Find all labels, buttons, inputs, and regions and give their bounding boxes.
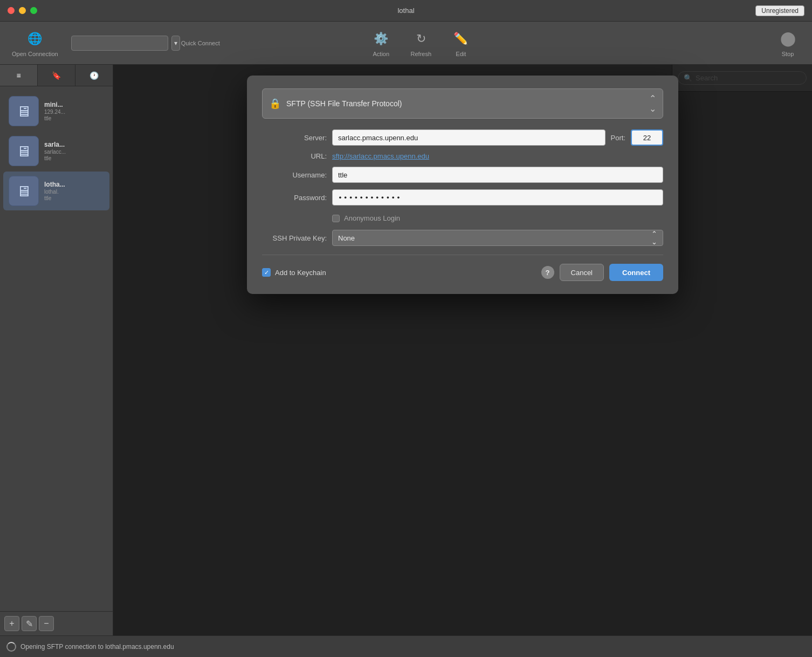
toolbar: 🌐 Open Connection ▾ Quick Connect ⚙️ Act… xyxy=(0,22,812,65)
action-label: Action xyxy=(373,51,390,57)
quick-connect-input[interactable] xyxy=(71,36,168,51)
add-bookmark-button[interactable]: + xyxy=(4,616,19,631)
sidebar-item-sub-mini: ttle xyxy=(44,115,65,121)
open-connection-label: Open Connection xyxy=(12,51,58,57)
modal-bottom: ✓ Add to Keychain ? Cancel Connect xyxy=(262,264,663,281)
cancel-button[interactable]: Cancel xyxy=(560,264,604,281)
window-controls xyxy=(8,7,37,14)
refresh-icon: ↻ xyxy=(411,29,431,49)
anonymous-label: Anonymous Login xyxy=(344,214,400,222)
refresh-label: Refresh xyxy=(411,51,432,57)
sidebar-item-sub-lothal: ttle xyxy=(44,195,65,201)
edit-button[interactable]: ✏️ Edit xyxy=(442,26,480,60)
edit-icon: ✏️ xyxy=(451,29,471,49)
sidebar: ≡ 🔖 🕐 🖥 mini... 129.24... ttle 🖥 sarla..… xyxy=(0,65,113,635)
sidebar-item-ip-lothal: lothal. xyxy=(44,189,65,195)
ssh-key-value: None xyxy=(338,234,355,242)
edit-label: Edit xyxy=(456,51,466,57)
sidebar-tab-list[interactable]: ≡ xyxy=(0,65,38,86)
sidebar-tab-history[interactable]: 🕐 xyxy=(75,65,113,86)
help-button[interactable]: ? xyxy=(541,266,554,279)
url-link[interactable]: sftp://sarlacc.pmacs.upenn.edu xyxy=(332,152,663,160)
sidebar-item-name-sarla: sarla... xyxy=(44,141,66,148)
quick-connect-area: ▾ Quick Connect xyxy=(71,36,356,51)
form-grid: Server: Port: URL: sftp://sarlacc.pmacs.… xyxy=(262,129,663,206)
open-connection-button[interactable]: 🌐 Open Connection xyxy=(5,26,65,60)
close-button[interactable] xyxy=(8,7,15,14)
refresh-button[interactable]: ↻ Refresh xyxy=(402,26,440,60)
sidebar-item-ip-mini: 129.24... xyxy=(44,109,65,115)
quick-connect-dropdown[interactable]: ▾ xyxy=(171,36,180,51)
add-to-keychain-label: Add to Keychain xyxy=(275,269,326,277)
modal-divider xyxy=(262,255,663,255)
sidebar-item-ip-sarla: sarlacc... xyxy=(44,149,66,155)
sidebar-item-mini[interactable]: 🖥 mini... 129.24... ttle xyxy=(3,92,109,131)
add-to-keychain-checkbox[interactable]: ✓ xyxy=(262,268,271,277)
remove-bookmark-button[interactable]: − xyxy=(39,616,54,631)
protocol-chevron-icon: ⌃⌄ xyxy=(649,93,656,114)
sidebar-item-name-mini: mini... xyxy=(44,101,65,108)
sidebar-item-name-lothal: lotha... xyxy=(44,181,65,188)
anonymous-checkbox[interactable] xyxy=(332,215,340,222)
username-input[interactable] xyxy=(332,167,663,183)
status-bar: Opening SFTP connection to lothal.pmacs.… xyxy=(0,635,812,657)
stop-button[interactable]: ⬤ Stop xyxy=(769,26,807,60)
connection-modal: 🔒 SFTP (SSH File Transfer Protocol) ⌃⌄ S… xyxy=(247,76,678,294)
open-connection-icon: 🌐 xyxy=(25,29,45,49)
sidebar-item-icon-sarla: 🖥 xyxy=(9,136,39,166)
ssh-key-label: SSH Private Key: xyxy=(262,234,327,242)
ssh-key-row: SSH Private Key: None ⌃⌄ xyxy=(262,230,663,246)
protocol-label: SFTP (SSH File Transfer Protocol) xyxy=(286,99,644,108)
username-label: Username: xyxy=(262,171,327,179)
minimize-button[interactable] xyxy=(19,7,26,14)
sidebar-item-icon-lothal: 🖥 xyxy=(9,176,39,206)
maximize-button[interactable] xyxy=(30,7,37,14)
port-label: Port: xyxy=(611,134,625,142)
sidebar-item-sarla[interactable]: 🖥 sarla... sarlacc... ttle xyxy=(3,132,109,170)
status-text: Opening SFTP connection to lothal.pmacs.… xyxy=(20,643,174,651)
sidebar-item-icon-mini: 🖥 xyxy=(9,96,39,126)
title-bar: lothal Unregistered xyxy=(0,0,812,22)
modal-overlay: 🔒 SFTP (SSH File Transfer Protocol) ⌃⌄ S… xyxy=(113,65,812,635)
password-label: Password: xyxy=(262,194,327,202)
connect-button[interactable]: Connect xyxy=(609,264,663,281)
quick-connect-label: Quick Connect xyxy=(181,40,220,46)
port-input[interactable] xyxy=(631,129,663,146)
password-input[interactable] xyxy=(332,189,663,206)
stop-icon: ⬤ xyxy=(778,29,797,49)
sidebar-bottom: + ✎ − xyxy=(0,611,113,635)
protocol-icon: 🔒 xyxy=(269,98,281,109)
anonymous-row: Anonymous Login xyxy=(262,214,663,222)
sidebar-tabs: ≡ 🔖 🕐 xyxy=(0,65,113,86)
edit-bookmark-button[interactable]: ✎ xyxy=(22,616,37,631)
main-content: 🔍 🔒 SFTP (SSH File Transfer Protocol) ⌃⌄… xyxy=(113,65,812,635)
main-layout: ≡ 🔖 🕐 🖥 mini... 129.24... ttle 🖥 sarla..… xyxy=(0,65,812,635)
server-label: Server: xyxy=(262,134,327,142)
ssh-key-chevron-icon: ⌃⌄ xyxy=(651,230,657,246)
sidebar-items: 🖥 mini... 129.24... ttle 🖥 sarla... sarl… xyxy=(0,86,113,611)
server-port-row: Port: xyxy=(332,129,663,146)
action-button[interactable]: ⚙️ Action xyxy=(362,26,400,60)
keychain-check: ✓ Add to Keychain xyxy=(262,268,536,277)
sidebar-tab-bookmarks[interactable]: 🔖 xyxy=(38,65,75,86)
status-spinner xyxy=(6,642,16,652)
server-input[interactable] xyxy=(332,129,605,146)
ssh-key-select[interactable]: None ⌃⌄ xyxy=(332,230,663,246)
sidebar-item-lothal[interactable]: 🖥 lotha... lothal. ttle xyxy=(3,172,109,210)
sidebar-item-sub-sarla: ttle xyxy=(44,155,66,161)
protocol-selector[interactable]: 🔒 SFTP (SSH File Transfer Protocol) ⌃⌄ xyxy=(262,88,663,119)
unregistered-button[interactable]: Unregistered xyxy=(755,5,804,16)
action-icon: ⚙️ xyxy=(371,29,391,49)
url-label: URL: xyxy=(262,152,327,160)
stop-label: Stop xyxy=(782,51,794,57)
window-title: lothal xyxy=(397,6,414,15)
